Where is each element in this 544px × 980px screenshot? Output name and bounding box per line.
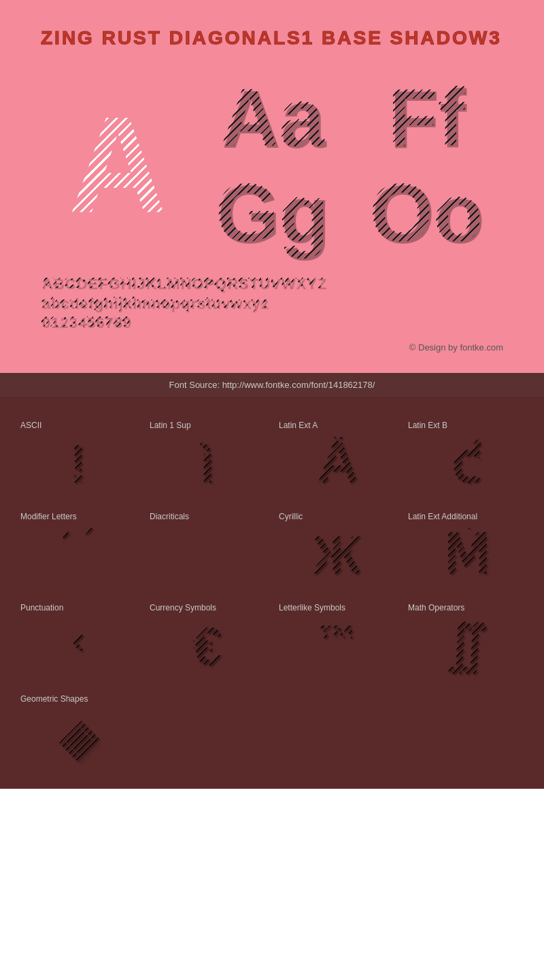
- glyph-cell-ff: Ff: [349, 69, 503, 165]
- glyph-item-letterlike: Letterlike Symbols ™: [272, 593, 401, 684]
- glyph-aa: Aa: [213, 69, 330, 165]
- label-ascii: ASCII: [20, 421, 41, 430]
- glyph-item-geoshapes: Geometric Shapes ◈: [14, 684, 143, 775]
- glyph-gg: Gg: [209, 165, 336, 260]
- font-title: Zing Rust Diagonals1 Base Shadow3: [41, 27, 503, 49]
- glyph-item-punctuation: Punctuation ‹: [14, 593, 143, 684]
- char-latinextadd: Ṁ: [443, 528, 490, 583]
- label-cyrillic: Cyrillic: [279, 512, 303, 521]
- char-currency: €: [192, 619, 223, 674]
- design-credit: © Design by fontke.com: [41, 342, 503, 359]
- glyph-item-latinextadd: Latin Ext Additional Ṁ: [401, 502, 530, 593]
- glyph-cell-gg: Gg: [195, 165, 350, 260]
- char-mathops: ∬: [445, 619, 488, 674]
- glyph-item-latin1sup: Latin 1 Sup ì: [143, 410, 272, 502]
- char-modletter2: ˊ: [80, 528, 96, 559]
- glyph-cell-oo: Oo: [349, 165, 503, 260]
- label-modletters: Modifier Letters: [20, 512, 77, 521]
- glyph-item-modletters: Modifier Letters ʻ ˊ: [14, 502, 143, 593]
- glyph-item-ascii: ASCII !: [14, 410, 143, 502]
- glyph-item-latinextb: Latin Ext B ƈ: [401, 410, 530, 502]
- char-letterlike: ™: [316, 619, 357, 660]
- label-latinexta: Latin Ext A: [279, 421, 318, 430]
- glyph-grid-row4: Geometric Shapes ◈: [14, 684, 530, 775]
- font-source-text: Font Source: http://www.fontke.com/font/…: [169, 380, 375, 390]
- glyph-item-latinexta: Latin Ext A Ǎ: [272, 410, 401, 502]
- label-diacriticals: Diacriticals: [150, 512, 189, 521]
- label-geoshapes: Geometric Shapes: [20, 694, 88, 704]
- char-latin1sup: ì: [200, 437, 215, 491]
- font-source-bar: Font Source: http://www.fontke.com/font/…: [0, 373, 544, 397]
- label-latin1sup: Latin 1 Sup: [150, 421, 191, 430]
- label-currency: Currency Symbols: [150, 603, 216, 612]
- char-modletter1: ʻ: [61, 528, 70, 559]
- glyph-item-diacriticals: Diacriticals: [143, 502, 272, 593]
- char-latinexta: Ǎ: [318, 437, 356, 491]
- char-latinextb: ƈ: [451, 437, 481, 491]
- glyph-item-cyrillic: Cyrillic Ж: [272, 502, 401, 593]
- glyph-grid-row3: Punctuation ‹ Currency Symbols € Letterl…: [14, 593, 530, 684]
- hero-section: Zing Rust Diagonals1 Base Shadow3 Aa Ff …: [0, 0, 544, 373]
- label-mathops: Math Operators: [408, 603, 464, 612]
- label-letterlike: Letterlike Symbols: [279, 603, 345, 612]
- glyph-cell-aa: Aa: [195, 69, 350, 165]
- char-punctuation: ‹: [71, 619, 85, 660]
- glyph-grid-row1: ASCII ! Latin 1 Sup ì Latin Ext A Ǎ Lati…: [14, 410, 530, 502]
- glyph-large-a: A: [69, 97, 167, 233]
- alphabet-upper: ABCDEFGHIJKLMNOPQRSTUVWXYZ: [41, 274, 503, 293]
- glyph-showcase: Aa Ff A Gg Oo: [41, 69, 503, 260]
- alphabet-lower: abcdefghijklmnopqrstuvwxyz: [41, 293, 503, 313]
- glyph-cell-large-a: A: [41, 69, 195, 260]
- label-punctuation: Punctuation: [20, 603, 63, 612]
- char-geoshapes: ◈: [57, 710, 99, 765]
- digits: 0123456789: [41, 312, 503, 332]
- glyph-oo: Oo: [362, 165, 490, 260]
- glyph-grid-row2: Modifier Letters ʻ ˊ Diacriticals Cyrill…: [14, 502, 530, 593]
- label-latinextadd: Latin Ext Additional: [408, 512, 477, 521]
- char-ascii: !: [69, 437, 88, 491]
- alphabet-lines: ABCDEFGHIJKLMNOPQRSTUVWXYZ abcdefghijklm…: [41, 274, 503, 332]
- glyph-grid-section: ASCII ! Latin 1 Sup ì Latin Ext A Ǎ Lati…: [0, 397, 544, 789]
- glyph-item-mathops: Math Operators ∬: [401, 593, 530, 684]
- glyph-item-currency: Currency Symbols €: [143, 593, 272, 684]
- modletters-chars: ʻ ˊ: [61, 528, 96, 559]
- label-latinextb: Latin Ext B: [408, 421, 447, 430]
- glyph-ff: Ff: [381, 69, 471, 165]
- char-cyrillic: Ж: [312, 528, 361, 583]
